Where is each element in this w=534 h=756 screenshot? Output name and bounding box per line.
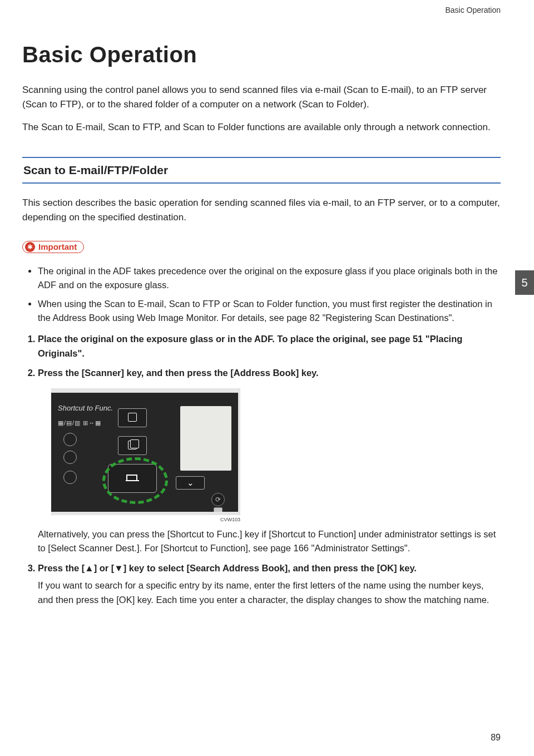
figure-caption: CVW103 (51, 516, 240, 524)
panel-round-button-3 (63, 471, 77, 484)
step-2-body: Alternatively, you can press the [Shortc… (38, 527, 501, 556)
procedure-steps: Place the original on the exposure glass… (22, 332, 501, 607)
important-bullets: The original in the ADF takes precedence… (22, 264, 501, 325)
section-heading-bar: Scan to E-mail/FTP/Folder (22, 157, 501, 184)
section-heading: Scan to E-mail/FTP/Folder (23, 164, 501, 177)
important-label: Important (38, 242, 77, 251)
down-chevron-icon: ⌄ (187, 478, 194, 487)
important-bullet-2: When using the Scan to E-mail, Scan to F… (38, 297, 501, 325)
copy-key-icon (128, 413, 137, 423)
intro-paragraph-1: Scanning using the control panel allows … (22, 83, 501, 112)
power-icon: ⟳ (215, 496, 221, 503)
panel-key-idcopy (118, 436, 147, 455)
panel-mode-icons: ▦/▤/▥ ⊞↔▦ (58, 418, 101, 428)
shortcut-to-func-label: Shortcut to Func. (58, 403, 113, 414)
chapter-tab: 5 (515, 270, 534, 295)
important-badge: ✱ Important (22, 241, 84, 253)
section-lead: This section describes the basic operati… (22, 196, 501, 225)
panel-key-down: ⌄ (176, 476, 205, 490)
intro-paragraph-2: The Scan to E-mail, Scan to FTP, and Sca… (22, 120, 501, 135)
control-panel-illustration: Shortcut to Func. ▦/▤/▥ ⊞↔▦ (51, 388, 240, 515)
step-3-body: If you want to search for a specific ent… (38, 579, 501, 607)
panel-indicator-led (214, 507, 222, 513)
control-panel-figure: Shortcut to Func. ▦/▤/▥ ⊞↔▦ (51, 388, 501, 524)
panel-lcd-screen (180, 406, 231, 471)
page-number: 89 (491, 733, 501, 743)
idcopy-key-icon (128, 441, 137, 451)
panel-key-scanner (108, 464, 157, 493)
step-3: Press the [▲] or [▼] key to select [Sear… (38, 561, 501, 607)
step-2-head: Press the [Scanner] key, and then press … (38, 366, 501, 381)
panel-right-edge (238, 393, 240, 512)
page-title: Basic Operation (22, 42, 501, 67)
panel-key-power: ⟳ (211, 493, 225, 506)
scanner-key-icon (125, 472, 140, 485)
panel-round-button-2 (63, 451, 77, 464)
step-1-head: Place the original on the exposure glass… (38, 332, 501, 360)
panel-key-copy (118, 408, 147, 427)
running-header: Basic Operation (22, 6, 501, 14)
step-2: Press the [Scanner] key, and then press … (38, 366, 501, 556)
step-1: Place the original on the exposure glass… (38, 332, 501, 360)
important-bullet-1: The original in the ADF takes precedence… (38, 264, 501, 293)
panel-round-button-1 (63, 433, 77, 446)
important-star-icon: ✱ (25, 242, 35, 252)
step-3-head: Press the [▲] or [▼] key to select [Sear… (38, 561, 501, 576)
